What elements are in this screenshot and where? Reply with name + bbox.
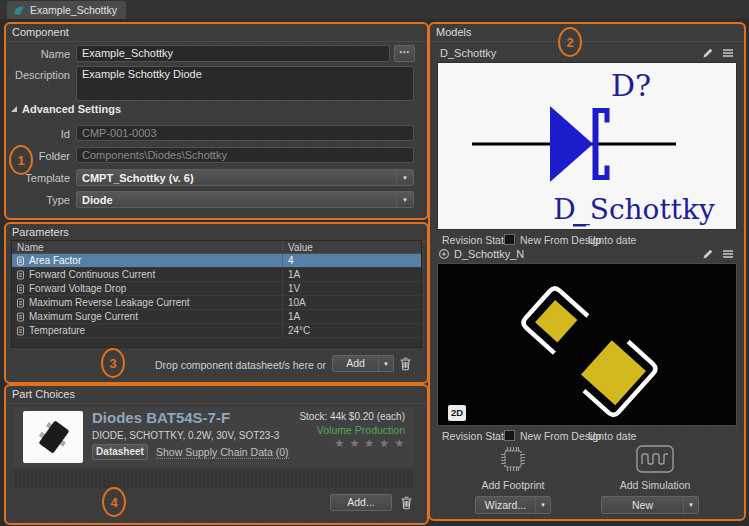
revision-status: Up to date: [588, 430, 636, 442]
parameters-panel: Parameters Name Value Area Factor 4 Forw…: [4, 222, 429, 384]
parameter-icon: [16, 312, 25, 322]
annotation-step-3: 3: [101, 348, 125, 378]
name-more-button[interactable]: ···: [394, 45, 415, 62]
table-header-row: Name Value: [12, 241, 421, 254]
drop-hint: Drop component datasheet/s here or: [6, 359, 326, 371]
id-label: Id: [6, 128, 70, 140]
template-dropdown[interactable]: CMPT_Schottky (v. 6) ▼: [76, 169, 414, 186]
panel-title: Models: [436, 26, 471, 38]
name-input[interactable]: Example_Schottky: [76, 45, 390, 62]
chevron-down-icon[interactable]: ▼: [378, 356, 393, 371]
symbol-revision-row: Revision State: New From Design Up to da…: [430, 234, 744, 247]
footprint-3d-view[interactable]: 2D: [437, 263, 737, 426]
annotation-step-1: 1: [9, 145, 33, 175]
models-panel: Models D_Schottky D? D_Schottky Revision…: [428, 22, 746, 521]
chevron-down-icon[interactable]: ▼: [396, 192, 413, 207]
annotation-step-4: 4: [102, 487, 126, 517]
trash-icon[interactable]: [399, 356, 412, 371]
schottky-symbol-drawing: D? D_Schottky: [438, 63, 736, 229]
part-choices-panel-header: Part Choices: [6, 386, 427, 404]
lifecycle-status: Volume Production: [317, 424, 405, 436]
table-row[interactable]: Maximum Reverse Leakage Current 10A: [12, 296, 421, 310]
table-row[interactable]: Temperature 24°C: [12, 324, 421, 338]
type-label: Type: [6, 194, 70, 206]
description-label: Description: [6, 69, 70, 81]
parameter-name: Maximum Reverse Leakage Current: [29, 297, 190, 308]
id-field: CMP-001-0003: [76, 125, 414, 141]
chevron-down-icon[interactable]: ▼: [535, 497, 550, 513]
column-header-value[interactable]: Value: [283, 242, 421, 253]
stock-info: Stock: 44k $0.20 (each): [299, 411, 405, 422]
advanced-settings-toggle[interactable]: Advanced Settings: [11, 103, 121, 115]
edit-pencil-icon[interactable]: [702, 248, 714, 260]
annotation-step-2: 2: [558, 27, 582, 57]
component-panel: Component Name Example_Schottky ··· Desc…: [4, 22, 429, 220]
add-part-choice-button[interactable]: Add...: [330, 494, 392, 511]
part-title: Diodes BAT54S-7-F: [92, 409, 230, 426]
star-rating: ★ ★ ★ ★ ★: [334, 437, 405, 450]
parameter-icon: [16, 256, 25, 266]
description-input[interactable]: Example Schottky Diode: [76, 66, 414, 101]
revision-color-swatch: [504, 234, 515, 245]
column-header-name[interactable]: Name: [12, 241, 283, 253]
add-footprint-icon[interactable]: [496, 443, 530, 475]
parameter-name: Maximum Surge Current: [29, 311, 138, 322]
table-row[interactable]: Maximum Surge Current 1A: [12, 310, 421, 324]
footprint-revision-row: Revision State: New From Design Up to da…: [430, 430, 744, 443]
parameter-icon: [16, 270, 25, 280]
add-simulation-icon[interactable]: [636, 445, 674, 473]
panel-title: Part Choices: [12, 388, 75, 400]
parameters-table: Name Value Area Factor 4 Forward Continu…: [11, 240, 422, 348]
chevron-down-icon[interactable]: ▼: [396, 170, 413, 185]
footprint-wizard-button[interactable]: Wizard... ▼: [475, 496, 551, 514]
parameter-name: Forward Voltage Drop: [29, 283, 126, 294]
type-dropdown[interactable]: Diode ▼: [76, 191, 414, 208]
footprint-header-icons: [702, 248, 734, 260]
table-row[interactable]: Forward Continuous Current 1A: [12, 268, 421, 282]
parameter-name: Forward Continuous Current: [29, 269, 155, 280]
supply-chain-link[interactable]: Show Supply Chain Data (0): [156, 446, 289, 459]
tab-example-schottky[interactable]: Example_Schottky: [7, 1, 126, 19]
add-button-label[interactable]: Add: [333, 356, 378, 371]
add-parameter-button[interactable]: Add ▼: [332, 355, 394, 372]
2d-view-button[interactable]: 2D: [448, 405, 466, 421]
template-value: CMPT_Schottky (v. 6): [77, 172, 396, 184]
revision-status: Up to date: [588, 234, 636, 246]
chevron-down-icon[interactable]: ▼: [683, 497, 698, 513]
new-button-label[interactable]: New: [602, 497, 683, 513]
svg-text:D?: D?: [611, 68, 651, 103]
parameter-name: Area Factor: [29, 255, 81, 266]
wizard-button-label[interactable]: Wizard...: [476, 497, 535, 513]
parameter-value: 10A: [283, 297, 421, 308]
parameter-value: 1V: [283, 283, 421, 294]
menu-icon[interactable]: [722, 48, 734, 58]
component-icon: [13, 5, 25, 16]
parameter-icon: [16, 284, 25, 294]
revision-state-label: Revision State:: [442, 234, 513, 246]
table-row[interactable]: Area Factor 4: [12, 254, 421, 268]
menu-icon[interactable]: [722, 249, 734, 259]
footprint-model-name: D_Schottky_N: [454, 248, 524, 260]
simulation-new-button[interactable]: New ▼: [601, 496, 699, 514]
panel-title: Parameters: [12, 226, 69, 238]
folder-field: Components\Diodes\Schottky: [76, 147, 414, 163]
revision-color-swatch: [504, 430, 515, 441]
part-choices-panel: Part Choices Diodes BAT54S-7-F DIODE, SC…: [4, 384, 429, 525]
footprint-3d-drawing: [438, 264, 736, 425]
collapse-triangle-icon: [11, 106, 17, 112]
edit-pencil-icon[interactable]: [702, 47, 714, 59]
current-footprint-icon[interactable]: [438, 248, 450, 260]
add-simulation-label: Add Simulation: [600, 479, 710, 491]
schematic-symbol-view[interactable]: D? D_Schottky: [437, 62, 737, 230]
trash-icon[interactable]: [400, 495, 413, 510]
panel-title: Component: [12, 26, 69, 38]
part-choice-card[interactable]: Diodes BAT54S-7-F DIODE, SCHOTTKY, 0.2W,…: [14, 407, 413, 467]
parameter-value: 4: [283, 255, 421, 266]
symbol-model-name: D_Schottky: [440, 47, 496, 59]
tab-title: Example_Schottky: [30, 4, 117, 16]
revision-state-label: Revision State:: [442, 430, 513, 442]
datasheet-button[interactable]: Datasheet: [92, 444, 148, 460]
parameter-icon: [16, 298, 25, 308]
table-row[interactable]: Forward Voltage Drop 1V: [12, 282, 421, 296]
type-value: Diode: [77, 194, 396, 206]
